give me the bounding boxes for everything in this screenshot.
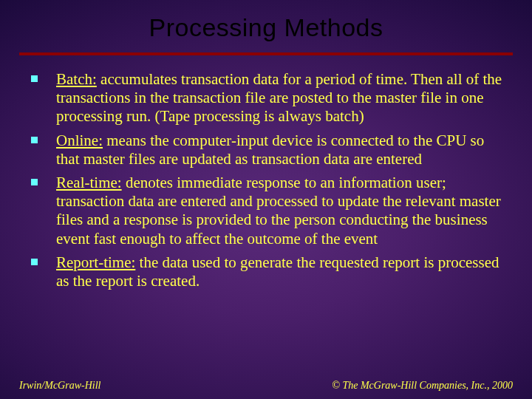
bullet-text: denotes immediate response to an informa… [56,174,501,248]
list-item: Online: means the computer-input device … [47,132,505,168]
title-rule [19,52,513,55]
bullet-term: Real-time: [56,174,122,191]
bullet-text: means the computer-input device is conne… [56,132,484,168]
bullet-term: Online: [56,132,103,149]
list-item: Real-time: denotes immediate response to… [47,174,505,248]
bullet-text: accumulates transaction data for a perio… [56,70,502,125]
slide-body: Batch: accumulates transaction data for … [0,70,532,290]
bullet-term: Report-time: [56,253,135,271]
slide-title: Processing Methods [0,0,532,52]
footer-left: Irwin/McGraw-Hill [19,380,100,392]
footer-right: © The McGraw-Hill Companies, Inc., 2000 [332,380,513,392]
list-item: Batch: accumulates transaction data for … [47,70,505,126]
slide: Processing Methods Batch: accumulates tr… [0,0,532,399]
bullet-term: Batch: [56,70,97,88]
slide-footer: Irwin/McGraw-Hill © The McGraw-Hill Comp… [0,380,532,392]
bullet-list: Batch: accumulates transaction data for … [47,70,505,290]
list-item: Report-time: the data used to generate t… [47,253,505,290]
